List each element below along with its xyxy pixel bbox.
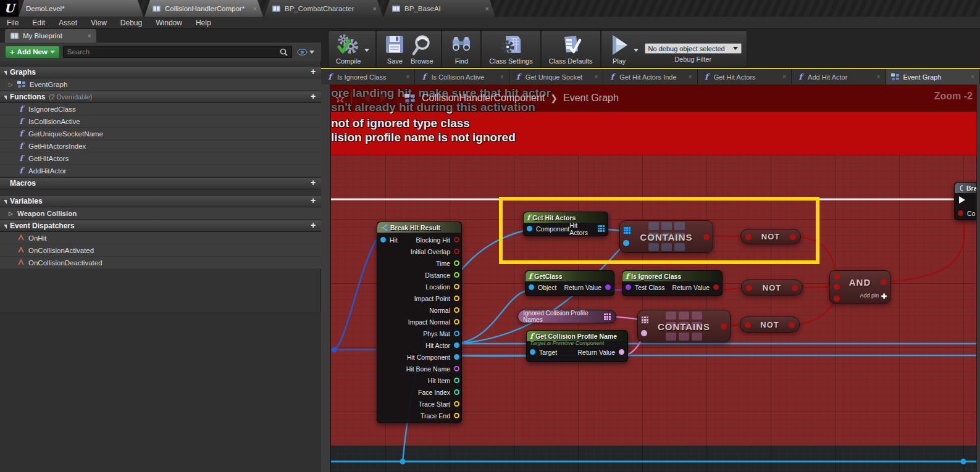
pin-return-value[interactable] bbox=[713, 284, 719, 290]
menu-window[interactable]: Window bbox=[149, 19, 189, 27]
pin-exec-in[interactable] bbox=[959, 196, 965, 204]
pin-result[interactable] bbox=[721, 323, 727, 329]
pin-blocking-hit[interactable] bbox=[454, 237, 459, 242]
close-icon[interactable]: × bbox=[253, 5, 257, 12]
pin-object[interactable] bbox=[529, 284, 534, 290]
pin-input[interactable] bbox=[745, 322, 751, 328]
pin-normal[interactable] bbox=[454, 307, 459, 313]
add-new-button[interactable]: + Add New bbox=[5, 46, 60, 59]
pin-target[interactable] bbox=[530, 349, 535, 355]
play-options-caret[interactable] bbox=[634, 49, 639, 52]
graph-tab-is-ignored-class[interactable]: fIs Ignored Class× bbox=[321, 69, 415, 85]
doc-tab-collisionhandler[interactable]: CollisionHandlerCompor* × bbox=[144, 0, 263, 17]
doc-tab-combatcharacter[interactable]: BP_CombatCharacter × bbox=[264, 0, 383, 17]
event-graph-viewport[interactable]: ore landing hit, make sure that hit acto… bbox=[321, 85, 980, 472]
close-icon[interactable]: × bbox=[485, 5, 489, 12]
close-icon[interactable]: × bbox=[406, 73, 410, 80]
section-macros[interactable]: Macros + bbox=[0, 177, 321, 189]
pin-return-value[interactable] bbox=[605, 284, 611, 290]
doc-tab-demolevel[interactable]: DemoLevel* bbox=[19, 0, 143, 17]
visibility-filter[interactable] bbox=[295, 49, 316, 56]
close-icon[interactable]: × bbox=[500, 73, 504, 80]
pin-condition[interactable] bbox=[958, 210, 963, 216]
search-input[interactable] bbox=[67, 48, 280, 56]
menu-file[interactable]: File bbox=[0, 19, 25, 27]
browse-button[interactable]: Browse bbox=[408, 33, 436, 65]
node-and[interactable]: AND Add pin ✚ bbox=[829, 270, 890, 304]
menu-view[interactable]: View bbox=[84, 19, 114, 27]
pin-result[interactable] bbox=[703, 234, 710, 240]
tree-item-dispatcher[interactable]: OnCollisionDeactivated bbox=[0, 257, 321, 269]
pin-input[interactable] bbox=[746, 285, 752, 291]
tree-item-dispatcher[interactable]: OnCollisionActivated bbox=[0, 244, 321, 257]
add-macro-button[interactable]: + bbox=[308, 178, 319, 188]
pin-names-array[interactable] bbox=[604, 313, 611, 320]
add-variable-button[interactable]: + bbox=[308, 196, 319, 206]
menu-debug[interactable]: Debug bbox=[114, 19, 149, 27]
tree-item-function[interactable]: fAddHitActor bbox=[0, 165, 321, 177]
pin-trace-start[interactable] bbox=[454, 401, 459, 407]
pin-output[interactable] bbox=[792, 285, 798, 291]
graph-tab-get-hit-actors[interactable]: fGet Hit Actors× bbox=[698, 69, 792, 85]
pin-hit-actor[interactable] bbox=[454, 342, 459, 348]
node-get-hit-actors[interactable]: fGet Hit Actors Component Hit Actors bbox=[523, 212, 608, 236]
pin-output[interactable] bbox=[790, 234, 796, 240]
pin-hit-actors-array[interactable] bbox=[598, 225, 605, 232]
pin-impact-point[interactable] bbox=[454, 296, 459, 301]
debug-object-select[interactable]: No debug object selected bbox=[645, 43, 742, 54]
pin-impact-normal[interactable] bbox=[454, 319, 459, 325]
add-dispatcher-button[interactable]: + bbox=[308, 221, 319, 231]
pin-hit-item[interactable] bbox=[454, 378, 459, 383]
menu-edit[interactable]: Edit bbox=[25, 19, 52, 27]
compile-button[interactable]: Compile bbox=[333, 33, 363, 65]
pin-hit[interactable] bbox=[380, 237, 386, 242]
node-contains-profile-names[interactable]: CONTAINS bbox=[637, 310, 731, 342]
node-get-collision-profile-name[interactable]: fGet Collision Profile Name Target is Pr… bbox=[526, 330, 628, 362]
pin-distance[interactable] bbox=[454, 272, 459, 278]
expander-icon[interactable]: ▷ bbox=[9, 81, 14, 88]
tree-item-variable-category[interactable]: ▷ Weapon Collision bbox=[0, 207, 321, 220]
pin-location[interactable] bbox=[454, 284, 459, 289]
breadcrumb-root[interactable]: CollisionHandlerComponent bbox=[422, 93, 545, 104]
pin-hit-bone-name[interactable] bbox=[454, 366, 459, 371]
pin-output[interactable] bbox=[881, 279, 887, 285]
pin-phys-mat[interactable] bbox=[454, 331, 459, 336]
tree-item-dispatcher[interactable]: OnHit bbox=[0, 232, 321, 244]
pin-output[interactable] bbox=[789, 322, 795, 328]
close-icon[interactable]: × bbox=[88, 32, 91, 39]
close-icon[interactable]: × bbox=[971, 73, 974, 80]
pin-target-array[interactable] bbox=[642, 317, 648, 323]
pin-input-b[interactable] bbox=[834, 284, 840, 290]
pin-initial-overlap[interactable] bbox=[454, 249, 459, 254]
graph-tab-get-unique-socket[interactable]: fGet Unique Socket× bbox=[509, 69, 603, 85]
unreal-logo-icon[interactable]: U bbox=[0, 0, 19, 17]
section-variables[interactable]: Variables + bbox=[0, 195, 321, 207]
pin-item-to-find[interactable] bbox=[641, 330, 647, 336]
nav-forward-icon[interactable] bbox=[380, 93, 387, 103]
close-icon[interactable]: × bbox=[689, 73, 692, 80]
node-break-hit-result[interactable]: Break Hit Result Hit Blocking Hit Initia… bbox=[377, 222, 462, 423]
tree-item-function[interactable]: fGetHitActors bbox=[0, 152, 321, 165]
graph-tab-event-graph[interactable]: Event Graph× bbox=[886, 69, 980, 85]
node-not-1[interactable]: NOT bbox=[740, 229, 801, 244]
section-event-dispatchers[interactable]: Event Dispatchers + bbox=[0, 220, 321, 232]
node-contains-hit-actors[interactable]: CONTAINS bbox=[619, 220, 713, 253]
pin-test-class[interactable] bbox=[626, 284, 631, 290]
expander-icon[interactable]: ▷ bbox=[9, 210, 14, 217]
section-functions[interactable]: Functions (2 Overridable) + bbox=[0, 91, 321, 103]
tree-item-eventgraph[interactable]: ▷ EventGraph bbox=[0, 78, 321, 91]
graph-tab-get-hit-actors-index[interactable]: fGet Hit Actors Inde× bbox=[603, 69, 697, 85]
save-button[interactable]: Save bbox=[382, 33, 408, 65]
add-function-button[interactable]: + bbox=[308, 92, 319, 102]
node-ignored-collision-profile-names[interactable]: Ignored Collision Profile Names bbox=[517, 310, 616, 323]
close-icon[interactable]: × bbox=[594, 73, 598, 80]
close-icon[interactable]: × bbox=[373, 5, 377, 12]
add-graph-button[interactable]: + bbox=[308, 67, 319, 77]
menu-asset[interactable]: Asset bbox=[52, 19, 84, 27]
pin-input-c[interactable] bbox=[834, 296, 840, 302]
tree-item-function[interactable]: fIsIgnoredClass bbox=[0, 103, 321, 115]
pin-time[interactable] bbox=[454, 260, 459, 266]
breadcrumb-current[interactable]: Event Graph bbox=[563, 93, 619, 104]
node-is-ignored-class[interactable]: fIs Ignored Class Test Class Return Valu… bbox=[622, 270, 722, 296]
menu-help[interactable]: Help bbox=[189, 19, 218, 27]
